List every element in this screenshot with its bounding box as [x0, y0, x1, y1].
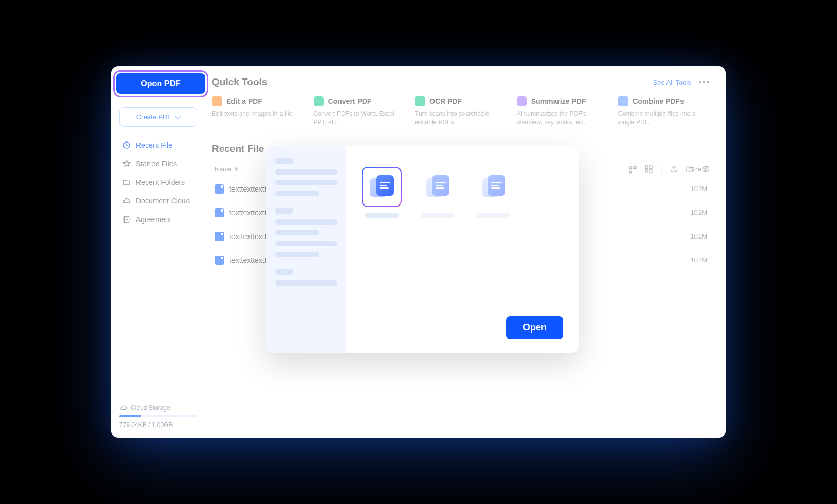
clock-icon [122, 141, 131, 149]
svg-rect-8 [649, 169, 652, 172]
pdf-file-icon [215, 208, 224, 217]
tool-desc: Combine multiple files into a single PDF… [618, 109, 710, 128]
sidebar-item-agreement[interactable]: Agreement [119, 210, 197, 229]
file-size: 102M [671, 209, 707, 216]
document-icon [482, 175, 505, 199]
edit-icon [212, 96, 222, 106]
see-all-tools-link[interactable]: See All Tools [653, 78, 691, 86]
tool-combine-pdfs[interactable]: Combine PDFs Combine multiple files into… [618, 96, 710, 128]
dialog-sidebar [266, 146, 346, 353]
quick-tools-row: Edit a PDF Edit texts and images in a fi… [212, 96, 710, 128]
file-thumbnail[interactable] [417, 167, 458, 218]
sidebar-item-document-cloud[interactable]: Document Cloud [119, 192, 197, 210]
tool-edit-pdf[interactable]: Edit a PDF Edit texts and images in a fi… [212, 96, 304, 128]
sidebar-item-label: Recent File [136, 141, 173, 149]
tool-title: Summarize PDF [531, 97, 586, 105]
svg-rect-7 [645, 169, 648, 172]
thumb-caption [476, 213, 510, 218]
grid-view-icon[interactable] [644, 165, 653, 174]
upload-icon[interactable] [670, 165, 678, 174]
sidebar-item-label: Document Cloud [136, 197, 190, 205]
sidebar-item-label: Recent Folders [136, 178, 185, 186]
tool-title: Edit a PDF [226, 97, 262, 105]
folder-icon [122, 178, 131, 186]
tool-ocr-pdf[interactable]: OCR PDF Turn scans into searchable, edit… [415, 96, 507, 128]
storage-usage: 779.04KB / 1.00GB [119, 421, 197, 429]
pdf-file-icon [215, 232, 224, 241]
svg-rect-2 [629, 166, 632, 168]
dialog-open-button[interactable]: Open [506, 316, 563, 339]
convert-icon [314, 96, 324, 106]
tool-desc: Convert PDFs to Word, Excel, PPT, etc. [314, 109, 406, 128]
svg-rect-5 [645, 166, 648, 168]
sidebar-item-label: Starred Files [136, 160, 177, 168]
tool-title: Combine PDFs [632, 97, 684, 105]
cloud-icon [122, 197, 131, 205]
sidebar-item-starred[interactable]: Starred Files [119, 154, 197, 173]
file-thumbnail-selected[interactable] [362, 167, 402, 218]
thumb-caption [365, 213, 399, 218]
chevron-down-icon [175, 113, 181, 120]
sidebar-item-recent-folders[interactable]: Recent Folders [119, 173, 197, 192]
create-pdf-button[interactable]: Create PDF [119, 107, 197, 127]
cloud-icon [119, 404, 128, 412]
pdf-file-icon [215, 184, 224, 194]
open-pdf-button[interactable]: Open PDF [116, 73, 205, 94]
sidebar-item-recent-file[interactable]: Recent File [119, 136, 197, 154]
dialog-main: Open [346, 146, 579, 353]
storage-progress [119, 415, 197, 417]
file-size: 102M [671, 256, 707, 264]
folder-open-icon[interactable] [686, 165, 694, 174]
app-window: Open PDF Create PDF Recent File Starred … [111, 66, 726, 438]
create-pdf-label: Create PDF [136, 113, 172, 121]
svg-rect-6 [649, 166, 652, 168]
tool-summarize-pdf[interactable]: Summarize PDF AI summarizes the PDF's ov… [517, 96, 609, 128]
tool-title: Convert PDF [328, 97, 372, 105]
tool-desc: AI summarizes the PDF's overview, key po… [517, 109, 609, 128]
summarize-icon [517, 96, 527, 106]
tool-convert-pdf[interactable]: Convert PDF Convert PDFs to Word, Excel,… [314, 96, 406, 128]
refresh-icon[interactable] [702, 165, 710, 174]
more-icon[interactable]: ••• [699, 77, 710, 86]
svg-rect-4 [629, 170, 632, 172]
tool-desc: Turn scans into searchable, editable PDF… [415, 109, 507, 128]
star-icon [122, 160, 131, 168]
tool-desc: Edit texts and images in a file. [212, 109, 304, 118]
tool-title: OCR PDF [429, 97, 462, 105]
file-size: 102M [671, 185, 707, 193]
file-size: 102M [671, 232, 707, 240]
ocr-icon [415, 96, 425, 106]
list-view-icon[interactable] [628, 165, 637, 174]
recent-toolbar: | [628, 164, 710, 174]
cloud-storage: Cloud Storage 779.04KB / 1.00GB [119, 404, 197, 429]
combine-icon [618, 96, 628, 106]
document-icon [122, 215, 131, 224]
pdf-file-icon [215, 256, 224, 265]
thumb-caption [421, 213, 455, 218]
sidebar-item-label: Agreement [136, 215, 171, 224]
storage-title: Cloud Storage [131, 404, 171, 412]
svg-rect-3 [633, 166, 636, 168]
sidebar: Create PDF Recent File Starred Files Rec… [111, 66, 207, 438]
open-file-dialog: Open [266, 146, 579, 353]
document-icon [426, 175, 450, 199]
document-icon [370, 175, 394, 199]
quick-tools-title: Quick Tools [212, 76, 267, 88]
sort-icon [235, 167, 238, 171]
file-thumbnail[interactable] [473, 167, 514, 218]
